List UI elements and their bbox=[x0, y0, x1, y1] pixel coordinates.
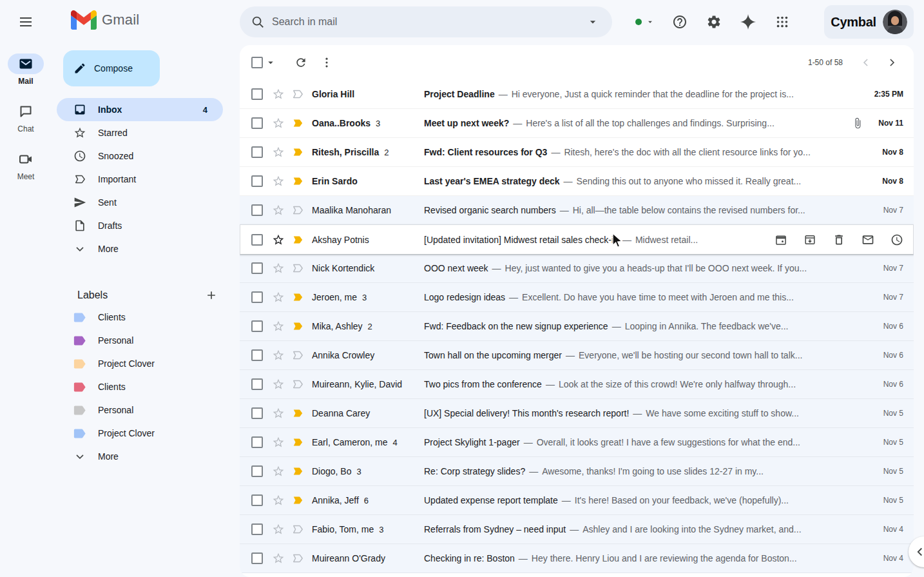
row-checkbox[interactable] bbox=[251, 204, 263, 216]
row-checkbox[interactable] bbox=[251, 234, 263, 246]
rsvp-calendar-icon[interactable] bbox=[775, 233, 787, 246]
star-icon[interactable] bbox=[272, 465, 285, 478]
email-row[interactable]: Jeroen, me 3 Logo redesign ideas — Excel… bbox=[240, 283, 914, 312]
star-icon[interactable] bbox=[272, 494, 285, 507]
star-icon[interactable] bbox=[272, 262, 285, 275]
email-row[interactable]: Deanna Carey [UX] Special delivery! This… bbox=[240, 399, 914, 428]
importance-marker-icon[interactable] bbox=[291, 378, 304, 391]
search-input[interactable] bbox=[272, 16, 579, 28]
refresh-button[interactable] bbox=[288, 50, 314, 75]
rail-item-meet[interactable]: Meet bbox=[0, 149, 52, 197]
create-label-button[interactable] bbox=[200, 284, 223, 307]
star-icon[interactable] bbox=[272, 523, 285, 536]
email-row[interactable]: Muireann O'Grady Checking in re: Boston … bbox=[240, 544, 914, 573]
rail-item-mail[interactable]: Mail bbox=[0, 54, 52, 101]
star-icon[interactable] bbox=[272, 175, 285, 188]
apps-button[interactable] bbox=[767, 6, 798, 37]
sidebar-item-starred[interactable]: Starred bbox=[57, 121, 223, 144]
label-item[interactable]: Clients bbox=[57, 306, 223, 329]
email-row[interactable]: Earl, Cameron, me 4 Project Skylight 1-p… bbox=[240, 428, 914, 457]
star-icon[interactable] bbox=[272, 88, 285, 101]
label-item[interactable]: Project Clover bbox=[57, 352, 223, 375]
archive-icon[interactable] bbox=[804, 233, 816, 246]
importance-marker-icon[interactable] bbox=[291, 175, 304, 188]
row-checkbox[interactable] bbox=[251, 378, 263, 390]
presence-status[interactable] bbox=[629, 9, 661, 35]
main-menu-button[interactable] bbox=[10, 6, 41, 37]
importance-marker-icon[interactable] bbox=[291, 146, 304, 159]
compose-button[interactable]: Compose bbox=[63, 50, 160, 86]
email-row[interactable]: Akshay Potnis [Updated invitation] Midwe… bbox=[240, 225, 914, 254]
importance-marker-icon[interactable] bbox=[291, 233, 304, 246]
sidebar-item-snoozed[interactable]: Snoozed bbox=[57, 144, 223, 168]
email-row[interactable]: Nick Kortendick OOO next week — Hey, jus… bbox=[240, 254, 914, 283]
importance-marker-icon[interactable] bbox=[291, 407, 304, 420]
email-row[interactable]: Oana..Brooks 3 Meet up next week? — Here… bbox=[240, 109, 914, 138]
row-checkbox[interactable] bbox=[251, 407, 263, 419]
select-options-caret-icon[interactable] bbox=[265, 57, 276, 68]
label-item[interactable]: Personal bbox=[57, 398, 223, 422]
email-row[interactable]: Gloria Hill Project Deadline — Hi everyo… bbox=[240, 80, 914, 109]
row-checkbox[interactable] bbox=[251, 88, 263, 100]
email-row[interactable]: Diogo, Bo 3 Re: Corp strategy slides? — … bbox=[240, 457, 914, 486]
rail-item-chat[interactable]: Chat bbox=[0, 101, 52, 149]
row-checkbox[interactable] bbox=[251, 494, 263, 506]
importance-marker-icon[interactable] bbox=[291, 494, 304, 507]
importance-marker-icon[interactable] bbox=[291, 291, 304, 304]
email-row[interactable]: Mika, Ashley 2 Fwd: Feedback on the new … bbox=[240, 312, 914, 341]
sidebar-item-drafts[interactable]: Drafts bbox=[57, 214, 223, 237]
row-checkbox[interactable] bbox=[251, 291, 263, 303]
search-options-button[interactable] bbox=[579, 8, 607, 36]
star-icon[interactable] bbox=[272, 320, 285, 333]
email-row[interactable]: Fabio, Tom, me 3 Referrals from Sydney –… bbox=[240, 515, 914, 544]
star-icon[interactable] bbox=[272, 436, 285, 449]
row-checkbox[interactable] bbox=[251, 436, 263, 448]
row-checkbox[interactable] bbox=[251, 262, 263, 274]
email-row[interactable]: Erin Sardo Last year's EMEA strategy dec… bbox=[240, 167, 914, 196]
account-avatar[interactable] bbox=[883, 10, 907, 34]
sidebar-item-more[interactable]: More bbox=[57, 237, 223, 260]
email-row[interactable]: Ritesh, Priscilla 2 Fwd: Client resource… bbox=[240, 138, 914, 167]
label-item[interactable]: Project Clover bbox=[57, 422, 223, 445]
importance-marker-icon[interactable] bbox=[291, 349, 304, 362]
label-item[interactable]: Clients bbox=[57, 375, 223, 398]
importance-marker-icon[interactable] bbox=[291, 552, 304, 565]
row-checkbox[interactable] bbox=[251, 465, 263, 477]
row-checkbox[interactable] bbox=[251, 553, 263, 564]
star-icon[interactable] bbox=[272, 146, 285, 159]
snooze-icon[interactable] bbox=[890, 233, 903, 246]
gemini-button[interactable] bbox=[733, 6, 764, 37]
importance-marker-icon[interactable] bbox=[291, 320, 304, 333]
star-icon[interactable] bbox=[272, 233, 285, 246]
email-row[interactable]: Annika, Jeff 6 Updated expense report te… bbox=[240, 486, 914, 515]
label-item[interactable]: Personal bbox=[57, 329, 223, 352]
sidebar-item-important[interactable]: Important bbox=[57, 168, 223, 191]
sidebar-item-inbox[interactable]: Inbox 4 bbox=[57, 98, 223, 121]
settings-button[interactable] bbox=[698, 6, 729, 37]
email-row[interactable]: Annika Crowley Town hall on the upcoming… bbox=[240, 341, 914, 370]
importance-marker-icon[interactable] bbox=[291, 465, 304, 478]
star-icon[interactable] bbox=[272, 349, 285, 362]
row-checkbox[interactable] bbox=[251, 349, 263, 361]
labels-more[interactable]: More bbox=[57, 445, 223, 468]
delete-icon[interactable] bbox=[833, 233, 845, 246]
more-options-button[interactable] bbox=[314, 50, 340, 75]
importance-marker-icon[interactable] bbox=[291, 436, 304, 449]
row-checkbox[interactable] bbox=[251, 175, 263, 187]
star-icon[interactable] bbox=[272, 407, 285, 420]
row-checkbox[interactable] bbox=[251, 523, 263, 535]
gmail-logo[interactable]: Gmail bbox=[71, 10, 139, 30]
older-page-button[interactable] bbox=[880, 51, 903, 74]
importance-marker-icon[interactable] bbox=[291, 204, 304, 217]
importance-marker-icon[interactable] bbox=[291, 262, 304, 275]
sidebar-item-sent[interactable]: Sent bbox=[57, 191, 223, 214]
row-checkbox[interactable] bbox=[251, 320, 263, 332]
search-button[interactable] bbox=[244, 8, 272, 36]
star-icon[interactable] bbox=[272, 204, 285, 217]
star-icon[interactable] bbox=[272, 291, 285, 304]
importance-marker-icon[interactable] bbox=[291, 88, 304, 101]
email-row[interactable]: Maalika Manoharan Revised organic search… bbox=[240, 196, 914, 225]
star-icon[interactable] bbox=[272, 552, 285, 565]
newer-page-button[interactable] bbox=[854, 51, 878, 74]
importance-marker-icon[interactable] bbox=[291, 523, 304, 536]
